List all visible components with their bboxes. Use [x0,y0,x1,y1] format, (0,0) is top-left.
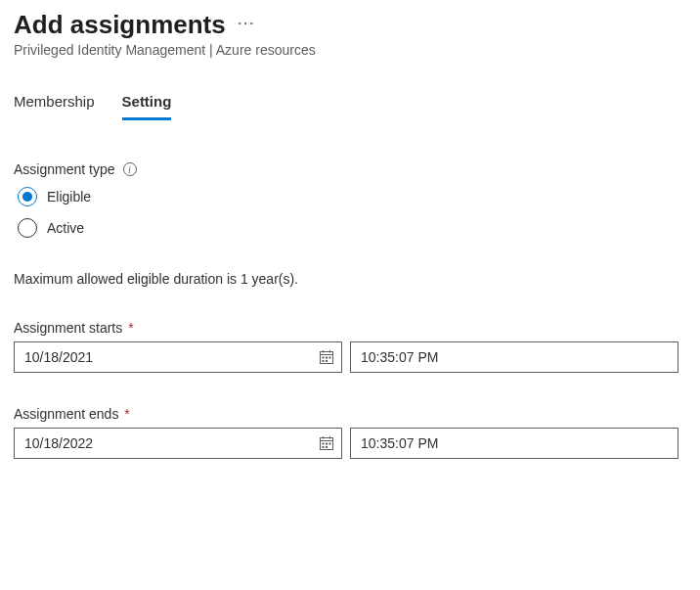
svg-rect-15 [329,443,331,445]
required-indicator: * [120,406,129,422]
svg-rect-4 [323,357,325,359]
svg-rect-5 [326,357,328,359]
breadcrumb: Privileged Identity Management | Azure r… [14,42,686,58]
svg-rect-16 [323,446,325,448]
radio-icon [18,187,37,206]
info-icon[interactable]: i [123,162,137,176]
calendar-icon[interactable] [319,435,334,451]
more-actions-button[interactable]: ··· [238,13,255,33]
svg-rect-6 [329,357,331,359]
tab-membership[interactable]: Membership [14,93,95,120]
radio-option-active[interactable]: Active [18,218,686,238]
svg-rect-14 [326,443,328,445]
svg-rect-13 [323,443,325,445]
assignment-type-radio-group: Eligible Active [18,187,686,238]
svg-rect-8 [326,360,328,362]
start-time-input[interactable] [350,341,678,373]
radio-label-eligible: Eligible [47,189,91,204]
start-date-input[interactable] [14,341,342,373]
assignment-type-label: Assignment type [14,161,115,177]
svg-rect-7 [323,360,325,362]
radio-label-active: Active [47,220,84,236]
assignment-starts-label: Assignment starts * [14,320,686,336]
ends-label-text: Assignment ends [14,406,118,422]
radio-icon [18,218,37,238]
required-indicator: * [124,320,133,336]
tab-setting[interactable]: Setting [122,93,172,120]
end-time-input[interactable] [350,428,678,459]
page-title: Add assignments [14,10,226,40]
svg-rect-17 [326,446,328,448]
max-duration-hint: Maximum allowed eligible duration is 1 y… [14,271,686,287]
calendar-icon[interactable] [319,349,334,365]
starts-label-text: Assignment starts [14,320,122,336]
assignment-ends-label: Assignment ends * [14,406,686,422]
radio-option-eligible[interactable]: Eligible [18,187,686,206]
end-date-input[interactable] [14,428,342,459]
tabs: Membership Setting [14,93,686,120]
